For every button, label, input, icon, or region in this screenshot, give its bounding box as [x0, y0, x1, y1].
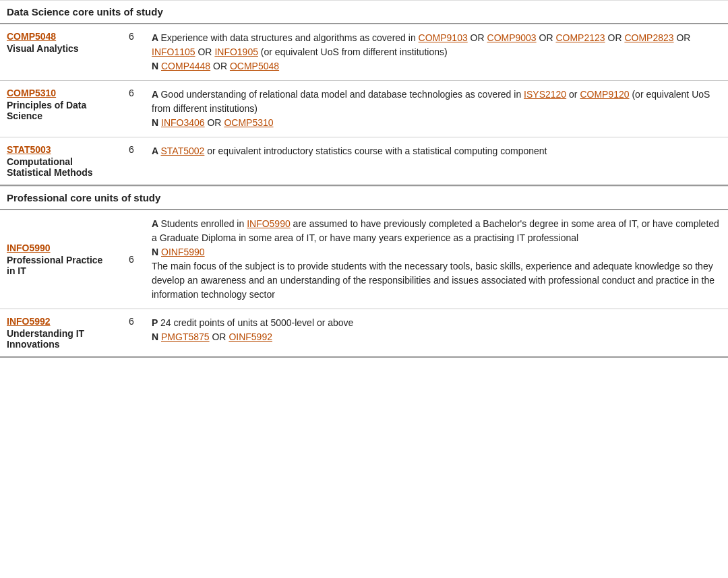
credit-cell: 6 [118, 24, 145, 81]
course-info-cell: COMP5310 Principles of Data Science [0, 81, 118, 137]
prereq-cell-comp5310: A Good understanding of relational data … [145, 81, 728, 137]
prereq-label-p: P [152, 317, 160, 328]
link-oinf5992[interactable]: OINF5992 [229, 331, 272, 342]
link-comp4448[interactable]: COMP4448 [161, 61, 210, 71]
prereq-p-text: 24 credit points of units at 5000-level … [160, 317, 353, 328]
link-comp9003[interactable]: COMP9003 [487, 32, 537, 43]
prereq-label-a: A [152, 218, 160, 229]
prereq-label-n: N [152, 331, 161, 342]
link-info5990[interactable]: INFO5990 [247, 218, 291, 229]
credit-cell: 6 [118, 309, 145, 358]
page-container: Data Science core units of study COMP504… [0, 0, 728, 358]
table-row: COMP5310 Principles of Data Science 6 A … [0, 81, 728, 137]
section-header-data-science: Data Science core units of study [0, 0, 728, 24]
course-code-comp5310[interactable]: COMP5310 [7, 88, 111, 98]
course-code-comp5048[interactable]: COMP5048 [7, 31, 111, 42]
link-info1905[interactable]: INFO1905 [214, 46, 258, 57]
link-pmgt5875[interactable]: PMGT5875 [161, 331, 210, 342]
table-row: COMP5048 Visual Analytics 6 A Experience… [0, 24, 728, 81]
link-oinf5990[interactable]: OINF5990 [161, 247, 205, 257]
prereq-label-n: N [152, 117, 161, 128]
course-info-cell: STAT5003 Computational Statistical Metho… [0, 137, 118, 186]
prereq-cell-info5992: P 24 credit points of units at 5000-leve… [145, 309, 728, 358]
course-code-info5992[interactable]: INFO5992 [7, 316, 111, 327]
course-code-stat5003[interactable]: STAT5003 [7, 144, 111, 155]
section-header-professional: Professional core units of study [0, 186, 728, 210]
credit-cell: 6 [118, 137, 145, 186]
link-info1105[interactable]: INFO1105 [152, 46, 195, 57]
section-title-professional: Professional core units of study [7, 192, 160, 203]
credit-cell: 6 [118, 81, 145, 137]
link-info3406[interactable]: INFO3406 [161, 117, 205, 128]
course-info-cell: INFO5990 Professional Practice in IT [0, 210, 118, 309]
course-name-stat5003: Computational Statistical Methods [7, 156, 93, 178]
prereq-label-a: A [152, 89, 160, 100]
link-ocmp5310[interactable]: OCMP5310 [224, 117, 273, 128]
table-row: INFO5992 Understanding IT Innovations 6 … [0, 309, 728, 358]
link-ocmp5048[interactable]: OCMP5048 [230, 61, 279, 71]
prereq-cell-stat5003: A STAT5002 or equivalent introductory st… [145, 137, 728, 186]
professional-table: INFO5990 Professional Practice in IT 6 A… [0, 210, 728, 358]
course-name-comp5310: Principles of Data Science [7, 100, 86, 121]
course-description-info5990: The main focus of the subject is to prov… [152, 261, 715, 300]
table-row: STAT5003 Computational Statistical Metho… [0, 137, 728, 186]
prereq-label-n: N [152, 247, 161, 257]
credit-cell: 6 [118, 210, 145, 309]
link-comp2123[interactable]: COMP2123 [555, 32, 605, 43]
prereq-label-n: N [152, 61, 161, 71]
course-name-info5992: Understanding IT Innovations [7, 328, 84, 350]
course-name-comp5048: Visual Analytics [7, 43, 79, 54]
course-info-cell: INFO5992 Understanding IT Innovations [0, 309, 118, 358]
table-row: INFO5990 Professional Practice in IT 6 A… [0, 210, 728, 309]
prereq-label-a: A [152, 32, 160, 43]
prereq-cell-comp5048: A Experience with data structures and al… [145, 24, 728, 81]
link-comp9120[interactable]: COMP9120 [580, 89, 629, 100]
data-science-table: COMP5048 Visual Analytics 6 A Experience… [0, 24, 728, 186]
link-stat5002[interactable]: STAT5002 [160, 146, 204, 156]
section-title: Data Science core units of study [7, 6, 163, 18]
link-isys2120[interactable]: ISYS2120 [524, 89, 566, 100]
course-name-info5990: Professional Practice in IT [7, 255, 102, 276]
link-comp9103[interactable]: COMP9103 [419, 32, 468, 43]
course-info-cell: COMP5048 Visual Analytics [0, 24, 118, 81]
prereq-cell-info5990: A Students enrolled in INFO5990 are assu… [145, 210, 728, 309]
link-comp2823[interactable]: COMP2823 [624, 32, 673, 43]
prereq-label-a: A [152, 146, 160, 156]
course-code-info5990[interactable]: INFO5990 [7, 243, 111, 253]
